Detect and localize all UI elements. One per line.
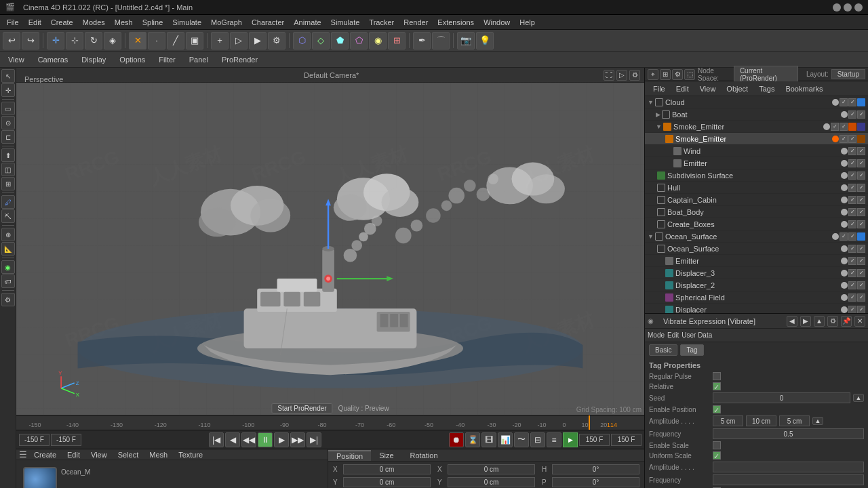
rp-icon2[interactable]: ⊞ <box>660 69 671 80</box>
rot-p-input[interactable] <box>552 477 639 487</box>
menu-help[interactable]: Help <box>515 17 539 28</box>
props-fwd-btn[interactable]: ▶ <box>800 316 811 327</box>
vis-dot[interactable] <box>841 245 848 252</box>
tree-check2[interactable]: ✓ <box>857 196 865 204</box>
viewport-render[interactable]: ▷ <box>616 70 627 81</box>
vis-dot[interactable] <box>841 160 848 167</box>
go-to-start-btn[interactable]: |◀ <box>209 432 224 447</box>
tree-check2[interactable]: ✓ <box>857 257 865 265</box>
loop-select[interactable]: ⊏ <box>1 130 15 144</box>
camera-btn[interactable]: 📷 <box>457 32 475 49</box>
regular-pulse-checkbox[interactable] <box>713 372 721 380</box>
menu-mesh[interactable]: Mesh <box>111 17 137 28</box>
menu-file[interactable]: File <box>3 17 23 28</box>
tree-check[interactable]: ✓ <box>848 208 856 216</box>
tree-check2[interactable]: ✓ <box>857 306 865 314</box>
tree-check2[interactable]: ✓ <box>857 269 865 277</box>
motion-clip-btn[interactable]: 🎞 <box>481 432 496 447</box>
bevel-btn[interactable]: ◫ <box>1 163 15 176</box>
menu-simulate[interactable]: Simulate <box>168 17 205 28</box>
tree-item-captain-cabin[interactable]: Captain_Cabin ✓ ✓ <box>645 194 868 206</box>
tree-item-emitter1[interactable]: Emitter ✓ ✓ <box>645 157 868 169</box>
field-btn[interactable]: ◉ <box>369 32 387 49</box>
tree-check[interactable]: ✓ <box>848 110 856 119</box>
rp-icon4[interactable]: ⬚ <box>684 69 695 80</box>
menu-render[interactable]: Render <box>399 17 432 28</box>
undo-btn[interactable]: ↩ <box>3 32 20 49</box>
tree-item-smoke-parent[interactable]: ▼ Smoke_Emitter ✓ ✓ <box>645 121 868 133</box>
freq-pos-input[interactable] <box>713 428 864 439</box>
tree-item-displacer[interactable]: Displacer ✓ ✓ <box>645 304 868 313</box>
menu-extensions[interactable]: Extensions <box>433 17 478 28</box>
filter-menu[interactable]: Filter <box>153 54 180 65</box>
tree-item-emitter-ocean[interactable]: Emitter ✓ ✓ <box>645 255 868 267</box>
tree-check[interactable]: ✓ <box>848 147 856 155</box>
layout-value[interactable]: Startup <box>831 69 865 79</box>
pos-x-input[interactable] <box>343 464 431 474</box>
viewport-settings[interactable]: ⚙ <box>629 70 640 81</box>
vis-dot[interactable] <box>841 258 848 264</box>
amp-z-input[interactable] <box>779 415 810 426</box>
tree-check[interactable]: ✓ <box>840 232 848 241</box>
tree-check2[interactable]: ✓ <box>848 135 856 143</box>
tree-check2[interactable]: ✓ <box>857 159 865 167</box>
curve-editor-btn[interactable]: 〜 <box>514 432 529 447</box>
menu-edit[interactable]: Edit <box>24 17 45 28</box>
tree-check[interactable]: ✓ <box>848 184 856 192</box>
panel-menu[interactable]: Panel <box>184 54 214 65</box>
tree-check[interactable]: ✓ <box>848 293 856 302</box>
rh-edit[interactable]: Edit <box>672 84 693 94</box>
tree-item-hull[interactable]: Hull ✓ ✓ <box>645 182 868 194</box>
tree-check2[interactable]: ✓ <box>857 220 865 228</box>
props-pin-btn[interactable]: 📌 <box>841 316 852 327</box>
render-settings-btn[interactable]: ⚙ <box>268 32 285 49</box>
timeline-btn[interactable]: 📊 <box>498 432 513 447</box>
edit-tab[interactable]: Edit <box>667 331 679 339</box>
end-frame-field[interactable] <box>579 434 610 446</box>
end-frame-field2[interactable] <box>611 434 642 446</box>
tree-check[interactable]: ✓ <box>848 171 856 180</box>
vis-dot[interactable] <box>841 148 848 155</box>
tree-check[interactable]: ✓ <box>848 220 856 228</box>
vis-dot[interactable] <box>832 233 839 240</box>
cloner-btn[interactable]: ⊞ <box>388 32 406 49</box>
rh-file[interactable]: File <box>649 84 669 94</box>
menu-simulate2[interactable]: Simulate <box>327 17 364 28</box>
create-bt[interactable]: Create <box>30 450 60 460</box>
render-preview-btn[interactable]: ▶ <box>249 32 267 49</box>
null-btn[interactable]: ⬡ <box>293 32 311 49</box>
play-btn[interactable]: ▶ <box>274 432 289 447</box>
seed-up[interactable]: ▲ <box>853 394 864 402</box>
sculpt-btn[interactable]: ⛏ <box>1 209 15 223</box>
paint-btn[interactable]: 🖊 <box>1 195 15 209</box>
vis-dot[interactable] <box>841 172 848 179</box>
play-reverse-btn[interactable]: ◀◀ <box>241 432 256 447</box>
object-mode[interactable]: ✕ <box>129 32 146 49</box>
start-frame-field[interactable] <box>19 434 50 446</box>
autokey-btn[interactable]: ⌛ <box>465 432 480 447</box>
viewport-canvas[interactable]: RRCG 人人素材 RRCG 人人素材 RRCG 人人素材 RRCG 人人素材 … <box>16 83 644 415</box>
tag-lt-btn[interactable]: 🏷 <box>1 274 15 288</box>
point-mode[interactable]: · <box>148 32 165 49</box>
texture-bt[interactable]: Texture <box>174 450 207 460</box>
redo-btn[interactable]: ↪ <box>22 32 39 49</box>
seed-input[interactable] <box>713 392 850 403</box>
enable-pos-checkbox[interactable]: ✓ <box>713 405 721 413</box>
extrude-btn[interactable]: ⬆ <box>1 148 15 162</box>
menu-window[interactable]: Window <box>479 17 514 28</box>
lasso-select[interactable]: ⊙ <box>1 116 15 129</box>
uniform-scale-checkbox[interactable]: ✓ <box>713 451 721 460</box>
tree-item-smoke-child[interactable]: Smoke_Emitter ✓ ✓ <box>645 133 868 145</box>
menu-character[interactable]: Character <box>248 17 288 28</box>
basic-tab[interactable]: Basic <box>649 344 677 356</box>
node-space-value[interactable]: Current (ProRender) <box>734 66 798 83</box>
props-up-btn[interactable]: ▲ <box>814 316 825 327</box>
select-bt[interactable]: Select <box>114 450 143 460</box>
display-menu[interactable]: Display <box>76 54 111 65</box>
move-tool[interactable]: ✛ <box>47 32 64 49</box>
layer-manager-btn[interactable]: ≡ <box>547 432 561 447</box>
userdata-tab[interactable]: User Data <box>682 331 712 339</box>
tree-item-ocean-child[interactable]: Ocean_Surface ✓ ✓ <box>645 243 868 255</box>
material-lt-btn[interactable]: ◉ <box>1 260 15 274</box>
tree-check[interactable]: ✓ <box>848 159 856 167</box>
